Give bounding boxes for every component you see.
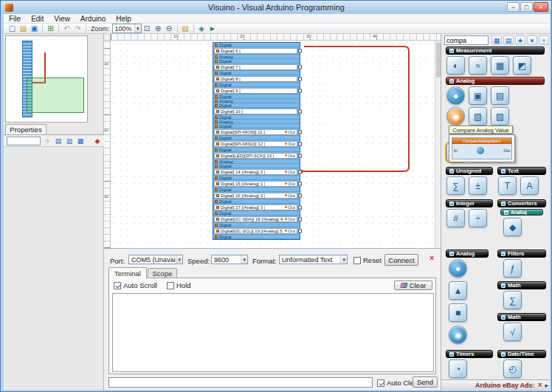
component-icon[interactable]: ■	[449, 303, 467, 322]
category-timers[interactable]: Timers	[446, 350, 493, 358]
pin-connector-icon[interactable]	[298, 89, 302, 92]
open-file-icon[interactable]: ▤	[18, 24, 29, 33]
component-icon[interactable]: ◉	[449, 326, 467, 344]
category-analog-2[interactable]: Analog	[446, 250, 489, 258]
format-icon[interactable]: ◈	[196, 24, 207, 33]
arduino-board-component[interactable]: Digital Digital[ 6 ] Analog	[213, 42, 300, 240]
save-icon[interactable]: ▣	[29, 24, 40, 33]
toolbox-tree-icon[interactable]: ▤	[503, 35, 514, 45]
pin-connector-icon[interactable]	[298, 154, 302, 157]
toolbox-view-icon[interactable]: ▦	[491, 35, 502, 45]
component-icon[interactable]: ≈	[469, 56, 487, 75]
clear-button[interactable]: Clear	[394, 281, 432, 290]
zoom-select[interactable]: 100%▾	[112, 24, 142, 33]
terminal-output[interactable]	[112, 293, 434, 372]
component-icon[interactable]: ◔	[449, 360, 467, 378]
undo-icon[interactable]: ↶	[61, 24, 72, 33]
component-icon[interactable]: ∑	[446, 176, 465, 195]
favorites-icon[interactable]: ★	[515, 35, 525, 45]
component-icon[interactable]: ±	[469, 176, 487, 195]
component-search-input[interactable]	[444, 35, 489, 45]
send-button[interactable]: Send	[413, 376, 438, 388]
category-math-2[interactable]: Math	[497, 313, 546, 321]
tab-terminal[interactable]: Terminal	[108, 267, 147, 278]
collapse-all-icon[interactable]: ▾	[527, 35, 537, 45]
print-icon[interactable]: ▤	[180, 24, 191, 33]
port-select[interactable]: COM5 (Unavailable)▾	[128, 255, 183, 264]
component-icon[interactable]: #	[446, 209, 465, 227]
upload-arduino-icon[interactable]: ►	[207, 24, 218, 33]
category-filters[interactable]: Filters	[497, 250, 546, 258]
hold-checkbox[interactable]: Hold	[167, 281, 191, 289]
reset-checkbox[interactable]: Reset	[353, 256, 382, 264]
board-pin-row[interactable]: Digital[ 10 ]	[213, 108, 300, 115]
select-board-icon[interactable]: ⊞	[45, 24, 56, 33]
new-file-icon[interactable]: ▢	[7, 24, 18, 33]
board-pin-row[interactable]: Digital[ 6 ]	[213, 47, 300, 55]
connect-button[interactable]: Connect	[384, 254, 418, 266]
tab-scope[interactable]: Scope	[148, 268, 177, 278]
board-pin-row[interactable]: Digital[ 9 ]	[213, 87, 300, 94]
component-icon[interactable]: ◐	[446, 56, 465, 75]
component-icon[interactable]: √	[503, 323, 522, 341]
menu-item[interactable]: Help	[111, 15, 137, 23]
board-pin-row[interactable]: Digital[LED][SPI-SCK][ 13 ] Out	[213, 152, 300, 159]
menu-item[interactable]: Arduino	[75, 15, 111, 23]
component-icon[interactable]: ◴	[503, 360, 522, 378]
component-icon[interactable]: ▨	[491, 107, 509, 125]
category-analog[interactable]: Analog	[446, 77, 545, 85]
category-text[interactable]: Text	[497, 167, 546, 175]
minimize-button[interactable]: −	[507, 2, 520, 12]
component-icon[interactable]: ●	[449, 259, 467, 278]
component-icon[interactable]: A	[520, 176, 539, 195]
zoom-in-icon[interactable]: ⊕	[153, 24, 164, 33]
ads-more-icon[interactable]: ▸	[545, 382, 548, 389]
design-canvas[interactable]: Digital Digital[ 6 ] Analog	[111, 41, 441, 248]
board-pin-row[interactable]: Digital[ 7 ]	[213, 63, 300, 71]
subcategory-converters-analog[interactable]: Analog	[500, 209, 543, 216]
canvas-scrollbar[interactable]	[435, 41, 441, 248]
board-pin-row[interactable]: Digital[ 14 ]/Analog[ 0 ] Out	[213, 168, 300, 176]
send-input[interactable]	[108, 377, 373, 388]
maximize-button[interactable]: □	[520, 2, 533, 12]
sort-icon[interactable]: ▤	[54, 137, 63, 145]
search-properties-icon[interactable]: ○	[43, 137, 52, 145]
pin-connector-icon[interactable]	[298, 49, 302, 52]
component-icon[interactable]: ƒ	[503, 259, 522, 278]
component-icon[interactable]: ▦	[491, 56, 509, 75]
component-icon[interactable]: ÷	[469, 209, 487, 227]
category-converters[interactable]: Converters	[497, 199, 546, 207]
board-pin-row[interactable]: Digital[I2C-SCL][ 19 ]/Analog[ 5 ] Out	[213, 227, 300, 235]
board-pin-row[interactable]: Digital[ 16 ]/Analog[ 2 ] Out	[213, 192, 300, 199]
properties-filter-input[interactable]	[7, 137, 41, 145]
component-icon[interactable]: ▣	[469, 86, 487, 105]
board-pin-row[interactable]: Digital	[213, 235, 300, 239]
zoom-fit-icon[interactable]: ⊡	[142, 24, 153, 33]
board-pin-row[interactable]: Digital[SPI-MOSI][ 11 ] Out	[213, 128, 300, 136]
component-icon[interactable]: T	[498, 176, 517, 195]
category-unsigned[interactable]: Unsigned	[446, 167, 493, 175]
menu-item[interactable]: Edit	[26, 15, 49, 23]
auto-scroll-checkbox[interactable]: Auto Scroll	[114, 281, 157, 289]
pin-connector-icon[interactable]	[298, 170, 302, 173]
category-datetime[interactable]: Date/Time	[497, 350, 546, 358]
zoom-out-icon[interactable]: ⊖	[164, 24, 175, 33]
pin-connector-icon[interactable]	[298, 142, 302, 145]
pin-connector-icon[interactable]	[298, 193, 302, 197]
menu-item[interactable]: View	[49, 15, 75, 23]
pin-connector-icon[interactable]	[298, 229, 302, 233]
ads-close-icon[interactable]: ×	[538, 381, 542, 389]
pin-connector-icon[interactable]	[298, 130, 302, 134]
component-icon[interactable]: ▤	[491, 86, 509, 105]
format-select[interactable]: Unformatted Text▾	[279, 255, 348, 264]
board-pin-row[interactable]: Digital[ 8 ]	[213, 75, 300, 83]
pin-panel-icon[interactable]: ◆	[93, 137, 102, 145]
pin-connector-icon[interactable]	[298, 205, 302, 209]
tab-properties[interactable]: Properties	[5, 124, 46, 134]
close-serial-panel-icon[interactable]: ×	[429, 253, 434, 262]
component-icon[interactable]: ∑	[503, 291, 522, 309]
board-pin-row[interactable]: Digital[ 17 ]/Analog[ 3 ] Out	[213, 204, 300, 211]
component-icon[interactable]: ◆	[503, 218, 522, 236]
board-pin-row[interactable]: Digital[SPI-MISO][ 12 ] Out	[213, 140, 300, 148]
redo-icon[interactable]: ↷	[72, 24, 83, 33]
